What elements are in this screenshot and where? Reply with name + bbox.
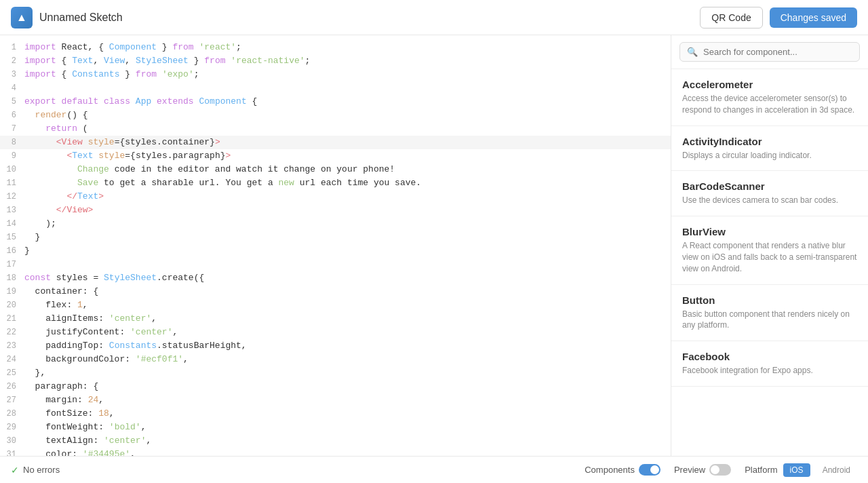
code-line-8: 8 <View style={styles.container}> [0,136,671,149]
code-editor[interactable]: 1import React, { Component } from 'react… [0,35,671,456]
line-content: }, [24,366,45,380]
preview-toggle-group: Preview [674,464,731,476]
line-number: 22 [0,326,24,339]
component-item[interactable]: BarCodeScannerUse the devices camera to … [671,171,868,216]
code-line-15: 15 } [0,231,671,244]
line-content: paddingTop: Constants.statusBarHeight, [24,339,247,353]
line-content: flex: 1, [24,298,88,312]
component-name: Accelerometer [682,79,857,90]
line-content: return ( [24,122,88,136]
code-line-29: 29 fontWeight: 'bold', [0,421,671,434]
component-desc: Basic button component that renders nice… [682,309,857,332]
line-number: 14 [0,217,24,231]
line-number: 18 [0,271,24,285]
code-line-14: 14 ); [0,217,671,231]
line-number: 27 [0,393,24,407]
line-number: 20 [0,298,24,312]
main-area: 1import React, { Component } from 'react… [0,35,868,456]
line-number: 13 [0,204,24,217]
component-item[interactable]: FacebookFacebook integration for Expo ap… [671,341,868,387]
code-line-5: 5export default class App extends Compon… [0,95,671,109]
line-content: <View style={styles.container}> [24,136,220,149]
line-content: container: { [24,285,98,298]
line-number: 3 [0,68,24,81]
preview-toggle[interactable] [709,464,731,476]
line-content: textAlign: 'center', [24,434,151,448]
ios-button[interactable]: iOS [783,463,810,477]
code-line-19: 19 container: { [0,285,671,298]
code-line-2: 2import { Text, View, StyleSheet } from … [0,54,671,68]
component-item[interactable]: BlurViewA React component that renders a… [671,216,868,284]
component-name: BarCodeScanner [682,180,857,192]
code-line-3: 3import { Constants } from 'expo'; [0,68,671,81]
line-number: 4 [0,81,24,95]
line-number: 29 [0,421,24,434]
android-button[interactable]: Android [816,463,857,477]
header-right: QR Code Changes saved [700,7,857,28]
line-number: 9 [0,149,24,163]
line-content: </Text> [24,190,104,204]
line-number: 12 [0,190,24,204]
qr-code-button[interactable]: QR Code [700,7,762,28]
code-line-1: 1import React, { Component } from 'react… [0,41,671,54]
code-line-24: 24 backgroundColor: '#ecf0f1', [0,353,671,366]
search-bar: 🔍 [671,35,868,69]
line-number: 5 [0,95,24,109]
line-content: } [24,244,30,258]
line-number: 26 [0,380,24,393]
components-toggle-thumb [650,465,659,474]
line-content: justifyContent: 'center', [24,326,178,339]
code-line-20: 20 flex: 1, [0,298,671,312]
component-desc: Displays a circular loading indicator. [682,150,857,161]
component-desc: Facebook integration for Expo apps. [682,365,857,376]
line-number: 23 [0,339,24,353]
preview-label: Preview [674,465,705,475]
code-line-31: 31 color: '#34495e', [0,448,671,456]
line-content: Change code in the editor and watch it c… [24,163,395,176]
platform-group: Platform iOS Android [745,463,857,477]
line-content: } [24,231,40,244]
component-item[interactable]: ButtonBasic button component that render… [671,285,868,342]
search-input[interactable] [703,47,852,57]
line-content: fontSize: 18, [24,407,115,421]
search-wrapper: 🔍 [679,42,860,62]
component-name: Facebook [682,351,857,362]
code-line-11: 11 Save to get a sharable url. You get a… [0,176,671,190]
component-name: Button [682,294,857,306]
line-content: color: '#34495e', [24,448,136,456]
line-number: 6 [0,109,24,122]
app-title: Unnamed Sketch [39,12,123,24]
line-content: </View> [24,204,93,217]
line-number: 21 [0,312,24,326]
components-list: AccelerometerAccess the device accelerom… [671,69,868,456]
component-item[interactable]: AccelerometerAccess the device accelerom… [671,69,868,126]
code-line-23: 23 paddingTop: Constants.statusBarHeight… [0,339,671,353]
code-line-13: 13 </View> [0,204,671,217]
line-number: 7 [0,122,24,136]
code-line-30: 30 textAlign: 'center', [0,434,671,448]
line-content: margin: 24, [24,393,104,407]
code-line-9: 9 <Text style={styles.paragraph}> [0,149,671,163]
components-toggle-group: Components [585,464,660,476]
component-item[interactable]: ActivityIndicatorDisplays a circular loa… [671,126,868,172]
no-errors-indicator: ✓ No errors [11,465,60,476]
component-name: BlurView [682,226,857,237]
line-number: 19 [0,285,24,298]
line-number: 17 [0,258,24,271]
header-left: ▲ Unnamed Sketch [11,7,123,28]
changes-saved-button[interactable]: Changes saved [770,7,857,28]
line-number: 25 [0,366,24,380]
line-number: 11 [0,176,24,190]
line-number: 30 [0,434,24,448]
code-line-27: 27 margin: 24, [0,393,671,407]
component-desc: Access the device accelerometer sensor(s… [682,93,857,116]
components-toggle[interactable] [639,464,660,476]
code-line-4: 4 [0,81,671,95]
line-content: const styles = StyleSheet.create({ [24,271,204,285]
line-content: backgroundColor: '#ecf0f1', [24,353,189,366]
code-line-28: 28 fontSize: 18, [0,407,671,421]
code-line-21: 21 alignItems: 'center', [0,312,671,326]
line-number: 28 [0,407,24,421]
no-errors-label: No errors [23,465,60,475]
search-icon: 🔍 [687,47,698,57]
